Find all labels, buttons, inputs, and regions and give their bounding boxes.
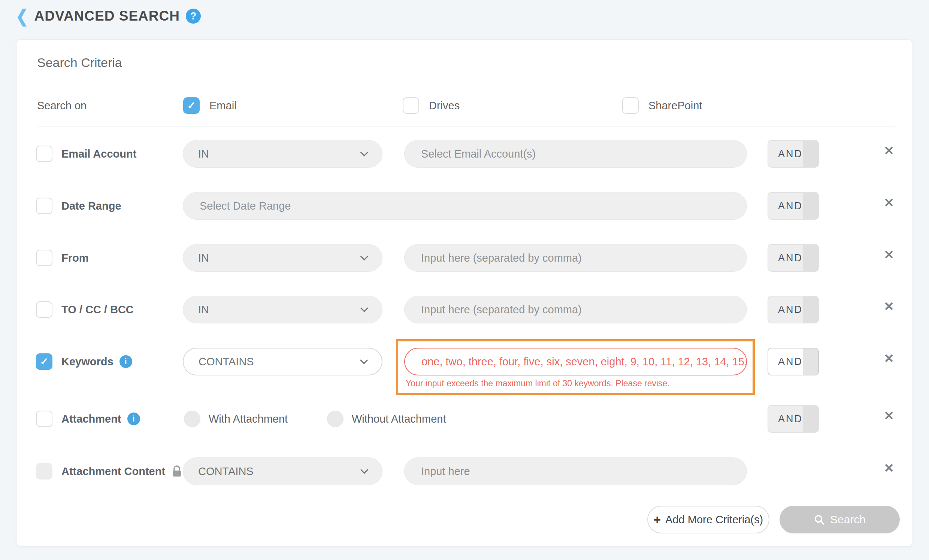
search-button-label: Search (830, 513, 866, 526)
connector-label: AND (778, 413, 803, 425)
email-account-label: Email Account (61, 140, 136, 168)
keywords-input[interactable]: one, two, three, four, five, six, seven,… (404, 348, 747, 375)
check-icon: ✓ (40, 413, 49, 425)
attachment-content-operator-select[interactable]: CONTAINS (183, 457, 382, 485)
search-on-row: Search on ✓ Email ✓ Drives ✓ SharePoint (17, 92, 912, 119)
attachment-content-label: Attachment Content (61, 465, 165, 477)
from-input[interactable]: Input here (separated by comma) (404, 244, 747, 272)
toggle-knob[interactable] (803, 406, 818, 432)
with-attachment-label: With Attachment (208, 413, 288, 425)
keywords-and-toggle[interactable]: AND (768, 348, 819, 375)
connector-label: AND (778, 252, 803, 264)
search-on-option-email[interactable]: ✓ Email (183, 92, 237, 119)
drives-checkbox[interactable]: ✓ (403, 97, 419, 114)
date-range-checkbox[interactable]: ✓ (36, 197, 52, 214)
check-icon: ✓ (626, 99, 635, 112)
sharepoint-option-label: SharePoint (648, 99, 702, 112)
toggle-knob[interactable] (803, 193, 818, 219)
search-on-option-drives[interactable]: ✓ Drives (403, 92, 460, 119)
remove-keywords-icon[interactable]: ✕ (881, 350, 897, 366)
email-account-checkbox[interactable]: ✓ (36, 145, 52, 162)
check-icon: ✓ (40, 200, 49, 212)
page-header: ❮ ADVANCED SEARCH ? (16, 8, 201, 24)
with-attachment-radio[interactable] (184, 411, 201, 427)
criteria-row-to-cc-bcc: ✓ TO / CC / BCC IN Input here (separated… (17, 296, 912, 323)
keywords-error-message: Your input exceeds the maximum limit of … (406, 378, 670, 389)
attachment-and-toggle[interactable]: AND (768, 405, 819, 433)
to-cc-bcc-and-toggle[interactable]: AND (768, 296, 819, 323)
to-cc-bcc-operator-select[interactable]: IN (183, 296, 382, 323)
email-account-operator-select[interactable]: IN (183, 140, 382, 168)
search-button[interactable]: Search (780, 506, 900, 533)
search-icon (814, 514, 825, 525)
criteria-row-date-range: ✓ Date Range Select Date Range AND ✕ (17, 192, 912, 220)
email-checkbox[interactable]: ✓ (183, 97, 200, 114)
chevron-down-icon (360, 356, 368, 364)
toggle-knob[interactable] (803, 349, 818, 375)
card-title: Search Criteria (37, 55, 122, 70)
page-title: ADVANCED SEARCH (34, 8, 180, 24)
from-label: From (61, 244, 89, 272)
drives-option-label: Drives (429, 99, 460, 112)
remove-email-account-icon[interactable]: ✕ (881, 142, 897, 159)
attachment-content-checkbox[interactable]: ✓ (36, 463, 52, 479)
search-on-option-sharepoint[interactable]: ✓ SharePoint (622, 92, 702, 119)
without-attachment-option[interactable]: Without Attachment (327, 405, 446, 433)
sharepoint-checkbox[interactable]: ✓ (622, 97, 639, 114)
check-icon: ✓ (407, 99, 415, 112)
criteria-row-from: ✓ From IN Input here (separated by comma… (17, 244, 912, 272)
connector-label: AND (778, 200, 803, 212)
check-icon: ✓ (40, 148, 49, 160)
attachment-content-input[interactable]: Input here (404, 457, 747, 485)
plus-icon: + (654, 514, 661, 526)
email-account-input[interactable]: Select Email Account(s) (404, 140, 747, 168)
back-chevron-icon[interactable]: ❮ (16, 8, 29, 25)
to-cc-bcc-input[interactable]: Input here (separated by comma) (404, 296, 747, 323)
criteria-row-email-account: ✓ Email Account IN Select Email Account(… (17, 140, 912, 168)
remove-attachment-content-icon[interactable]: ✕ (881, 460, 897, 476)
check-icon: ✓ (187, 99, 196, 112)
date-range-input[interactable]: Select Date Range (183, 192, 747, 220)
operator-value: IN (198, 304, 209, 316)
add-more-criteria-label: Add More Criteria(s) (665, 514, 763, 526)
date-range-and-toggle[interactable]: AND (768, 192, 819, 220)
remove-attachment-icon[interactable]: ✕ (881, 407, 897, 424)
connector-label: AND (778, 356, 803, 367)
to-cc-bcc-checkbox[interactable]: ✓ (36, 301, 52, 318)
from-and-toggle[interactable]: AND (768, 244, 819, 272)
attachment-checkbox[interactable]: ✓ (36, 411, 52, 427)
with-attachment-option[interactable]: With Attachment (184, 405, 288, 433)
criteria-row-keywords: ✓ Keywords i CONTAINS one, two, three, f… (17, 348, 912, 375)
toggle-knob[interactable] (803, 245, 818, 271)
remove-from-icon[interactable]: ✕ (881, 246, 897, 263)
check-icon: ✓ (40, 304, 49, 315)
add-more-criteria-button[interactable]: + Add More Criteria(s) (647, 506, 770, 533)
keywords-checkbox[interactable]: ✓ (36, 353, 52, 370)
check-icon: ✓ (40, 252, 49, 264)
attachment-info-icon[interactable]: i (127, 413, 140, 425)
attachment-label: Attachment (61, 413, 121, 425)
toggle-knob[interactable] (803, 297, 818, 323)
chevron-down-icon (360, 252, 368, 260)
connector-label: AND (778, 304, 803, 315)
keywords-info-icon[interactable]: i (120, 355, 132, 368)
help-icon[interactable]: ? (186, 9, 201, 24)
email-option-label: Email (209, 99, 237, 112)
from-operator-select[interactable]: IN (183, 244, 382, 272)
chevron-down-icon (360, 148, 368, 156)
divider (37, 127, 895, 127)
remove-date-range-icon[interactable]: ✕ (881, 194, 897, 211)
operator-value: CONTAINS (198, 465, 254, 477)
lock-icon (172, 465, 182, 477)
criteria-row-attachment-content: ✓ Attachment Content CONTAINS Input here… (17, 457, 912, 485)
email-account-and-toggle[interactable]: AND (768, 140, 819, 168)
chevron-down-icon (360, 466, 368, 474)
without-attachment-radio[interactable] (327, 411, 343, 427)
from-checkbox[interactable]: ✓ (36, 250, 52, 266)
date-range-label: Date Range (61, 192, 121, 220)
keywords-label: Keywords (61, 356, 113, 368)
remove-to-cc-bcc-icon[interactable]: ✕ (881, 298, 897, 314)
chevron-down-icon (360, 304, 368, 312)
keywords-operator-select[interactable]: CONTAINS (183, 348, 382, 375)
toggle-knob[interactable] (803, 141, 818, 167)
